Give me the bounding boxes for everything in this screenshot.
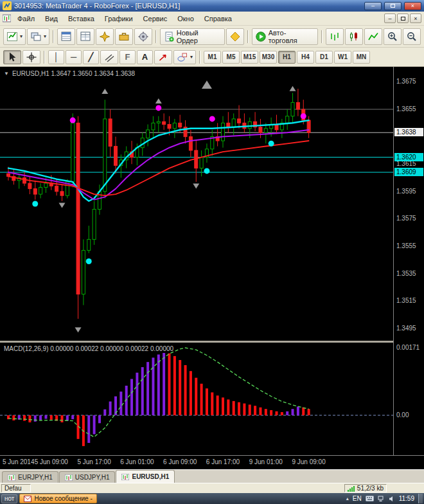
timeframe-mn-button[interactable]: MN — [353, 51, 370, 64]
macd-histogram-bar — [249, 404, 251, 415]
chart-area[interactable]: ▼ EURUSD,H1 1.3647 1.3650 1.3634 1.3638 — [0, 67, 393, 341]
cursor-button[interactable] — [3, 50, 21, 64]
taskbar-app-label: нот — [4, 495, 14, 502]
time-scale[interactable]: 5 Jun 20145 Jun 09:005 Jun 17:006 Jun 01… — [0, 455, 424, 469]
line-studies-toolbar: │─╱FA▾M1M5M15M30H1H4D1W1MN — [0, 48, 424, 67]
timeframe-m30-button[interactable]: M30 — [260, 51, 277, 64]
app-icon — [3, 1, 12, 10]
trendline-button[interactable]: ╱ — [83, 50, 99, 64]
tab-eurusd-h1[interactable]: EURUSD,H1 — [116, 470, 175, 483]
channel-button[interactable] — [100, 50, 118, 64]
chart-line-icon — [367, 31, 379, 42]
menu-item-2[interactable]: Вставка — [63, 13, 100, 24]
candle — [39, 183, 42, 198]
metaeditor-button[interactable] — [226, 28, 244, 45]
minimize-button[interactable]: – — [364, 2, 382, 10]
ma-slow-line — [8, 141, 309, 195]
menu-item-0[interactable]: Файл — [12, 13, 40, 24]
navigator-button[interactable] — [96, 28, 114, 45]
zoom-in-button[interactable] — [384, 28, 402, 45]
crosshair-icon — [26, 51, 37, 63]
menu-item-1[interactable]: Вид — [40, 13, 63, 24]
timeframe-m5-button[interactable]: M5 — [222, 51, 240, 64]
taskbar-app-button[interactable]: нот — [1, 494, 17, 503]
menu-item-6[interactable]: Справка — [199, 13, 237, 24]
new-chart-button[interactable]: ▾ — [3, 28, 26, 45]
fibonacci-button[interactable]: F — [119, 50, 136, 64]
price-scale[interactable]: 1.36751.36551.36151.35951.35751.35551.35… — [393, 67, 424, 455]
autotrading-button[interactable]: Авто-торговля — [252, 28, 318, 45]
macd-indicator-panel[interactable]: MACD(12,26,9) 0.00000 0.00022 0.00000 0.… — [0, 343, 393, 455]
chart-restore-button[interactable] — [397, 14, 409, 23]
keyboard-icon[interactable] — [366, 496, 374, 501]
chart-close-button[interactable]: × — [410, 14, 421, 23]
chart-bars-button[interactable] — [326, 28, 344, 45]
crosshair-button[interactable] — [22, 50, 40, 64]
market-watch-button[interactable] — [57, 28, 75, 45]
trendline-icon: ╱ — [89, 53, 94, 61]
timeframe-m1-button[interactable]: M1 — [204, 51, 221, 64]
candle — [211, 130, 214, 156]
taskbar-clock[interactable]: 11:59 — [399, 495, 414, 502]
macd-histogram-bar — [34, 415, 37, 422]
show-desktop-button[interactable] — [418, 494, 423, 503]
status-profile: Defau — [1, 484, 31, 492]
timeframe-h1-button[interactable]: H1 — [278, 51, 296, 64]
zoom-out-icon — [406, 31, 418, 42]
chart-minimize-button[interactable]: – — [384, 14, 396, 23]
timeframe-d1-button[interactable]: D1 — [315, 51, 333, 64]
text-button[interactable]: A — [137, 50, 153, 64]
zoom-out-button[interactable] — [403, 28, 421, 45]
candle — [291, 93, 294, 123]
new-order-button[interactable]: Новый Ордер — [160, 28, 225, 45]
vertical-line-button[interactable]: │ — [48, 50, 64, 64]
timeframe-w1-button[interactable]: W1 — [334, 51, 351, 64]
candle — [238, 105, 241, 129]
network-icon[interactable] — [378, 496, 385, 502]
notification-label: Новое сообщение - — [34, 495, 92, 502]
menu-bar: ФайлВидВставкаГрафикиСервисОкноСправка –… — [0, 12, 424, 26]
volume-icon[interactable] — [389, 496, 395, 502]
maximize-button[interactable] — [384, 2, 402, 10]
macd-indicator-label: MACD(12,26,9) 0.00000 0.00022 0.00000 0.… — [4, 345, 173, 352]
strategy-tester-button[interactable] — [134, 28, 152, 45]
up-arrow-marker — [102, 89, 108, 94]
symbol-ohlc-text: EURUSD,H1 1.3647 1.3650 1.3634 1.3638 — [12, 70, 135, 77]
menu-item-4[interactable]: Сервис — [138, 13, 173, 24]
macd-histogram-bar — [254, 406, 256, 415]
close-button[interactable]: × — [404, 2, 421, 10]
horizontal-line-button[interactable]: ─ — [66, 50, 82, 64]
timeframe-h4-button[interactable]: H4 — [297, 51, 314, 64]
macd-histogram-bar — [184, 365, 187, 415]
macd-histogram-bar — [227, 399, 229, 415]
chart-line-button[interactable] — [364, 28, 382, 45]
candle — [146, 124, 150, 146]
toolbar-separator — [44, 51, 45, 64]
chart-tab-icon — [121, 474, 129, 480]
candle — [254, 112, 257, 131]
candle — [189, 130, 192, 158]
tab-eurjpy-h1[interactable]: EURJPY,H1 — [2, 471, 58, 483]
candle — [23, 171, 26, 186]
language-indicator[interactable]: EN — [353, 495, 362, 502]
menu-item-3[interactable]: Графики — [100, 13, 138, 24]
menu-item-5[interactable]: Окно — [172, 13, 199, 24]
one-click-trading-arrow[interactable]: ▼ — [4, 71, 9, 76]
macd-histogram-bar — [292, 409, 294, 415]
chart-candles-button[interactable] — [345, 28, 363, 45]
timeframe-m15-button[interactable]: M15 — [241, 51, 258, 64]
toolbar-separator — [247, 30, 249, 43]
macd-histogram-bar — [50, 415, 53, 420]
hidden-icons-arrow[interactable]: ▴ — [346, 496, 349, 501]
navigator-icon — [99, 31, 110, 42]
shapes-button[interactable]: ▾ — [173, 50, 196, 64]
macd-histogram-bar — [265, 409, 267, 415]
tab-usdjpy-h1[interactable]: USDJPY,H1 — [59, 471, 116, 483]
status-bar: Defau 51,2/3 kb — [0, 483, 424, 493]
new-order-icon — [163, 31, 175, 42]
data-window-button[interactable] — [76, 28, 94, 45]
profiles-button[interactable]: ▾ — [27, 28, 49, 45]
terminal-button[interactable] — [115, 28, 133, 45]
taskbar-notification-button[interactable]: Новое сообщение - — [19, 494, 96, 503]
arrows-button[interactable] — [154, 50, 172, 64]
